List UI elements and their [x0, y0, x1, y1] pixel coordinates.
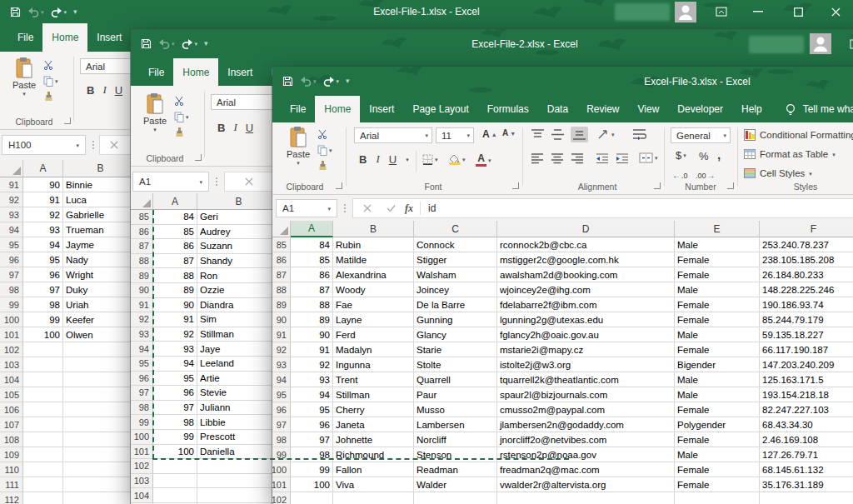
- cell-A100[interactable]: 99: [153, 430, 197, 445]
- redo-button[interactable]: ▾: [323, 76, 340, 87]
- font-size-select[interactable]: 11▾: [436, 127, 474, 143]
- bold-button[interactable]: B: [359, 153, 367, 166]
- row-header-88[interactable]: 88: [272, 282, 291, 297]
- format-as-table-button[interactable]: Format as Table▾: [744, 148, 836, 160]
- cell-A99[interactable]: 98: [153, 415, 197, 430]
- cell-D100[interactable]: freadman2q@mac.com: [497, 462, 675, 477]
- cell-B110[interactable]: [63, 462, 138, 477]
- row-header-101[interactable]: 101: [0, 327, 23, 342]
- cell-E96[interactable]: Female: [675, 402, 760, 417]
- align-middle-button[interactable]: [551, 128, 565, 141]
- row-header-100[interactable]: 100: [272, 462, 291, 477]
- cell-B92[interactable]: Luca: [63, 192, 138, 207]
- cell-A92[interactable]: 91: [23, 192, 63, 207]
- cell-D91[interactable]: fglancy2h@oaic.gov.au: [497, 327, 675, 342]
- row-header-112[interactable]: 112: [0, 492, 23, 504]
- paste-button[interactable]: Paste ▾: [283, 126, 313, 166]
- ribbon-display-options-button[interactable]: [841, 29, 853, 58]
- cell-A101[interactable]: 100: [153, 445, 197, 460]
- row-header-94[interactable]: 94: [0, 222, 23, 237]
- row-header-92[interactable]: 92: [272, 342, 291, 357]
- cell-B98[interactable]: Juliann: [197, 401, 281, 416]
- bold-button[interactable]: B: [87, 84, 94, 97]
- row-header-102[interactable]: 102: [0, 342, 23, 357]
- cell-C97[interactable]: Lambersen: [414, 417, 497, 432]
- clipboard-dialog-launcher[interactable]: [336, 182, 342, 189]
- cancel-icon[interactable]: [245, 174, 253, 189]
- row-header-99[interactable]: 99: [272, 447, 291, 462]
- row-header-109[interactable]: 109: [0, 447, 23, 462]
- row-header-104[interactable]: 104: [131, 488, 153, 503]
- row-header-96[interactable]: 96: [272, 402, 291, 417]
- cell-A88[interactable]: 87: [153, 254, 197, 269]
- cell-A98[interactable]: 97: [291, 432, 333, 447]
- cancel-icon[interactable]: [110, 137, 118, 152]
- tab-insert[interactable]: Insert: [360, 96, 403, 122]
- cell-E87[interactable]: Female: [675, 267, 760, 282]
- cell-A85[interactable]: 84: [291, 237, 333, 252]
- cell-A89[interactable]: 88: [291, 297, 333, 312]
- redo-button[interactable]: ▾: [51, 7, 67, 17]
- cell-F99[interactable]: 127.26.79.71: [760, 447, 853, 462]
- cell-C88[interactable]: Joincey: [414, 282, 497, 297]
- cell-E94[interactable]: Male: [675, 372, 760, 387]
- row-header-110[interactable]: 110: [0, 462, 23, 477]
- cell-B95[interactable]: Leeland: [197, 357, 281, 372]
- merge-center-button[interactable]: ▾: [639, 152, 658, 163]
- enter-icon[interactable]: [387, 201, 396, 216]
- cell-B103[interactable]: [63, 357, 138, 372]
- number-dialog-launcher[interactable]: [727, 182, 734, 189]
- column-header-A[interactable]: A: [153, 193, 197, 210]
- cell-A97[interactable]: 96: [153, 386, 197, 401]
- formula-bar-handle[interactable]: [216, 177, 217, 186]
- formula-bar-handle[interactable]: [92, 141, 94, 149]
- cell-A96[interactable]: 95: [153, 372, 197, 387]
- save-button[interactable]: [10, 7, 21, 17]
- cell-D92[interactable]: mstarie2i@mapy.cz: [497, 342, 675, 357]
- cell-B109[interactable]: [63, 447, 138, 462]
- cell-A98[interactable]: 97: [23, 282, 63, 297]
- title-bar[interactable]: ▾ ▾ ▾ Excel-File-3.xlsx - Excel: [272, 67, 853, 96]
- orientation-button[interactable]: ▾: [597, 128, 615, 140]
- format-painter-button[interactable]: [43, 92, 53, 102]
- undo-button[interactable]: ▾: [27, 7, 44, 17]
- tab-home[interactable]: Home: [173, 58, 218, 86]
- save-button[interactable]: [141, 38, 152, 49]
- cell-F96[interactable]: 82.247.227.103: [760, 402, 853, 417]
- cell-B94[interactable]: Trent: [333, 372, 414, 387]
- row-header-102[interactable]: 102: [272, 492, 291, 504]
- cell-E102[interactable]: [675, 492, 760, 504]
- row-header-111[interactable]: 111: [0, 477, 23, 492]
- minimize-button[interactable]: [743, 0, 773, 23]
- cut-button[interactable]: [43, 60, 53, 70]
- underline-button[interactable]: U: [115, 84, 122, 97]
- tab-data[interactable]: Data: [538, 96, 577, 122]
- cell-B87[interactable]: Alexandrina: [333, 267, 414, 282]
- row-header-101[interactable]: 101: [272, 477, 291, 492]
- tab-developer[interactable]: Developer: [668, 96, 732, 122]
- cell-A98[interactable]: 97: [153, 401, 197, 416]
- cell-B90[interactable]: Layne: [333, 312, 414, 327]
- tab-review[interactable]: Review: [577, 96, 628, 122]
- cell-A108[interactable]: [23, 432, 63, 447]
- cell-F89[interactable]: 190.186.93.74: [760, 297, 853, 312]
- row-header-95[interactable]: 95: [0, 237, 23, 252]
- row-header-94[interactable]: 94: [131, 342, 153, 357]
- cell-A90[interactable]: 89: [153, 283, 197, 298]
- cell-B98[interactable]: Johnette: [333, 432, 414, 447]
- cell-F87[interactable]: 26.184.80.233: [760, 267, 853, 282]
- column-header-E[interactable]: E: [675, 221, 760, 237]
- cell-D95[interactable]: spaur2l@bizjournals.com: [497, 387, 675, 402]
- clipboard-dialog-launcher[interactable]: [64, 117, 71, 124]
- cell-F97[interactable]: 68.43.34.30: [760, 417, 853, 432]
- row-header-99[interactable]: 99: [131, 415, 153, 430]
- row-header-103[interactable]: 103: [131, 474, 153, 489]
- conditional-formatting-button[interactable]: Conditional Formatting: [744, 129, 853, 141]
- cell-B91[interactable]: Binnie: [63, 177, 138, 192]
- row-header-92[interactable]: 92: [0, 192, 23, 207]
- cell-B95[interactable]: Stillman: [333, 387, 414, 402]
- tab-insert[interactable]: Insert: [218, 58, 262, 86]
- cell-B88[interactable]: Woody: [333, 282, 414, 297]
- user-avatar[interactable]: [675, 2, 696, 22]
- cell-B91[interactable]: Ferd: [333, 327, 414, 342]
